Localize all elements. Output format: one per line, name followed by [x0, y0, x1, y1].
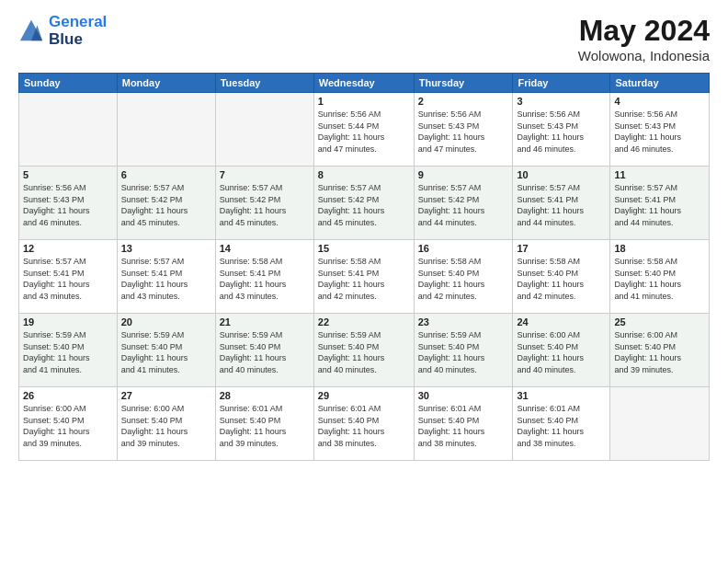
day-number: 15: [318, 243, 410, 254]
calendar-cell: 26Sunrise: 6:00 AM Sunset: 5:40 PM Dayli…: [19, 387, 118, 461]
calendar-cell: 18Sunrise: 5:58 AM Sunset: 5:40 PM Dayli…: [610, 240, 710, 314]
calendar-cell: 11Sunrise: 5:57 AM Sunset: 5:41 PM Dayli…: [610, 167, 710, 240]
title-block: May 2024 Wolowona, Indonesia: [578, 14, 710, 63]
day-number: 23: [418, 316, 509, 327]
day-info: Sunrise: 5:57 AM Sunset: 5:42 PM Dayligh…: [318, 182, 410, 228]
day-number: 27: [121, 390, 211, 401]
day-info: Sunrise: 5:58 AM Sunset: 5:40 PM Dayligh…: [614, 256, 705, 302]
calendar-cell: 31Sunrise: 6:01 AM Sunset: 5:40 PM Dayli…: [513, 387, 610, 461]
day-info: Sunrise: 5:57 AM Sunset: 5:41 PM Dayligh…: [23, 256, 113, 302]
calendar-cell: 29Sunrise: 6:01 AM Sunset: 5:40 PM Dayli…: [313, 387, 414, 461]
day-number: 6: [121, 169, 211, 180]
weekday-thursday: Thursday: [414, 74, 513, 93]
weekday-friday: Friday: [513, 74, 610, 93]
calendar-cell: 25Sunrise: 6:00 AM Sunset: 5:40 PM Dayli…: [610, 314, 710, 387]
day-number: 12: [23, 243, 113, 254]
calendar-cell: [610, 387, 710, 461]
calendar-cell: 13Sunrise: 5:57 AM Sunset: 5:41 PM Dayli…: [117, 240, 215, 314]
day-info: Sunrise: 5:59 AM Sunset: 5:40 PM Dayligh…: [220, 329, 310, 375]
day-info: Sunrise: 5:58 AM Sunset: 5:40 PM Dayligh…: [517, 256, 606, 302]
day-info: Sunrise: 6:00 AM Sunset: 5:40 PM Dayligh…: [23, 403, 113, 449]
day-info: Sunrise: 6:00 AM Sunset: 5:40 PM Dayligh…: [517, 329, 606, 375]
calendar-cell: [117, 93, 215, 167]
calendar-page: General Blue May 2024 Wolowona, Indonesi…: [0, 0, 728, 563]
day-info: Sunrise: 5:59 AM Sunset: 5:40 PM Dayligh…: [318, 329, 410, 375]
calendar-cell: 16Sunrise: 5:58 AM Sunset: 5:40 PM Dayli…: [414, 240, 513, 314]
day-number: 3: [517, 96, 606, 107]
calendar-cell: 5Sunrise: 5:56 AM Sunset: 5:43 PM Daylig…: [19, 167, 118, 240]
day-number: 2: [418, 96, 509, 107]
day-number: 30: [418, 390, 509, 401]
day-info: Sunrise: 5:58 AM Sunset: 5:41 PM Dayligh…: [318, 256, 410, 302]
day-info: Sunrise: 5:58 AM Sunset: 5:40 PM Dayligh…: [418, 256, 509, 302]
day-number: 5: [23, 169, 113, 180]
weekday-header-row: SundayMondayTuesdayWednesdayThursdayFrid…: [19, 74, 710, 93]
calendar-cell: 1Sunrise: 5:56 AM Sunset: 5:44 PM Daylig…: [313, 93, 414, 167]
day-number: 31: [517, 390, 606, 401]
day-info: Sunrise: 5:56 AM Sunset: 5:43 PM Dayligh…: [614, 109, 705, 155]
day-number: 25: [614, 316, 705, 327]
logo: General Blue: [18, 14, 107, 48]
day-info: Sunrise: 5:56 AM Sunset: 5:44 PM Dayligh…: [318, 109, 410, 155]
weekday-saturday: Saturday: [610, 74, 710, 93]
location-subtitle: Wolowona, Indonesia: [578, 48, 710, 63]
calendar-cell: 9Sunrise: 5:57 AM Sunset: 5:42 PM Daylig…: [414, 167, 513, 240]
day-number: 4: [614, 96, 705, 107]
calendar-cell: 15Sunrise: 5:58 AM Sunset: 5:41 PM Dayli…: [313, 240, 414, 314]
calendar-cell: [19, 93, 118, 167]
day-info: Sunrise: 5:59 AM Sunset: 5:40 PM Dayligh…: [23, 329, 113, 375]
calendar-cell: 3Sunrise: 5:56 AM Sunset: 5:43 PM Daylig…: [513, 93, 610, 167]
day-info: Sunrise: 5:57 AM Sunset: 5:42 PM Dayligh…: [121, 182, 211, 228]
day-number: 22: [318, 316, 410, 327]
calendar-cell: 22Sunrise: 5:59 AM Sunset: 5:40 PM Dayli…: [313, 314, 414, 387]
calendar-cell: 2Sunrise: 5:56 AM Sunset: 5:43 PM Daylig…: [414, 93, 513, 167]
week-row-0: 1Sunrise: 5:56 AM Sunset: 5:44 PM Daylig…: [19, 93, 710, 167]
calendar-table: SundayMondayTuesdayWednesdayThursdayFrid…: [18, 73, 710, 461]
calendar-cell: 17Sunrise: 5:58 AM Sunset: 5:40 PM Dayli…: [513, 240, 610, 314]
calendar-cell: 7Sunrise: 5:57 AM Sunset: 5:42 PM Daylig…: [215, 167, 313, 240]
calendar-cell: 4Sunrise: 5:56 AM Sunset: 5:43 PM Daylig…: [610, 93, 710, 167]
month-title: May 2024: [578, 14, 710, 48]
day-info: Sunrise: 6:00 AM Sunset: 5:40 PM Dayligh…: [614, 329, 705, 375]
calendar-cell: 10Sunrise: 5:57 AM Sunset: 5:41 PM Dayli…: [513, 167, 610, 240]
day-info: Sunrise: 5:56 AM Sunset: 5:43 PM Dayligh…: [418, 109, 509, 155]
day-number: 26: [23, 390, 113, 401]
week-row-4: 26Sunrise: 6:00 AM Sunset: 5:40 PM Dayli…: [19, 387, 710, 461]
week-row-3: 19Sunrise: 5:59 AM Sunset: 5:40 PM Dayli…: [19, 314, 710, 387]
day-number: 16: [418, 243, 509, 254]
calendar-cell: [215, 93, 313, 167]
day-number: 19: [23, 316, 113, 327]
day-number: 17: [517, 243, 606, 254]
calendar-cell: 23Sunrise: 5:59 AM Sunset: 5:40 PM Dayli…: [414, 314, 513, 387]
calendar-cell: 8Sunrise: 5:57 AM Sunset: 5:42 PM Daylig…: [313, 167, 414, 240]
day-info: Sunrise: 5:59 AM Sunset: 5:40 PM Dayligh…: [121, 329, 211, 375]
day-info: Sunrise: 5:56 AM Sunset: 5:43 PM Dayligh…: [23, 182, 113, 228]
day-number: 28: [220, 390, 310, 401]
header: General Blue May 2024 Wolowona, Indonesi…: [18, 14, 710, 63]
day-number: 13: [121, 243, 211, 254]
day-number: 29: [318, 390, 410, 401]
day-number: 10: [517, 169, 606, 180]
calendar-cell: 21Sunrise: 5:59 AM Sunset: 5:40 PM Dayli…: [215, 314, 313, 387]
calendar-cell: 14Sunrise: 5:58 AM Sunset: 5:41 PM Dayli…: [215, 240, 313, 314]
calendar-cell: 6Sunrise: 5:57 AM Sunset: 5:42 PM Daylig…: [117, 167, 215, 240]
weekday-tuesday: Tuesday: [215, 74, 313, 93]
week-row-2: 12Sunrise: 5:57 AM Sunset: 5:41 PM Dayli…: [19, 240, 710, 314]
day-info: Sunrise: 5:56 AM Sunset: 5:43 PM Dayligh…: [517, 109, 606, 155]
day-info: Sunrise: 6:01 AM Sunset: 5:40 PM Dayligh…: [220, 403, 310, 449]
day-info: Sunrise: 5:57 AM Sunset: 5:41 PM Dayligh…: [121, 256, 211, 302]
calendar-cell: 24Sunrise: 6:00 AM Sunset: 5:40 PM Dayli…: [513, 314, 610, 387]
day-info: Sunrise: 6:00 AM Sunset: 5:40 PM Dayligh…: [121, 403, 211, 449]
weekday-monday: Monday: [117, 74, 215, 93]
day-number: 7: [220, 169, 310, 180]
calendar-cell: 30Sunrise: 6:01 AM Sunset: 5:40 PM Dayli…: [414, 387, 513, 461]
calendar-cell: 20Sunrise: 5:59 AM Sunset: 5:40 PM Dayli…: [117, 314, 215, 387]
calendar-cell: 27Sunrise: 6:00 AM Sunset: 5:40 PM Dayli…: [117, 387, 215, 461]
day-number: 18: [614, 243, 705, 254]
calendar-cell: 12Sunrise: 5:57 AM Sunset: 5:41 PM Dayli…: [19, 240, 118, 314]
weekday-sunday: Sunday: [19, 74, 118, 93]
logo-icon: [18, 18, 44, 44]
day-number: 21: [220, 316, 310, 327]
day-info: Sunrise: 5:57 AM Sunset: 5:41 PM Dayligh…: [614, 182, 705, 228]
day-number: 11: [614, 169, 705, 180]
